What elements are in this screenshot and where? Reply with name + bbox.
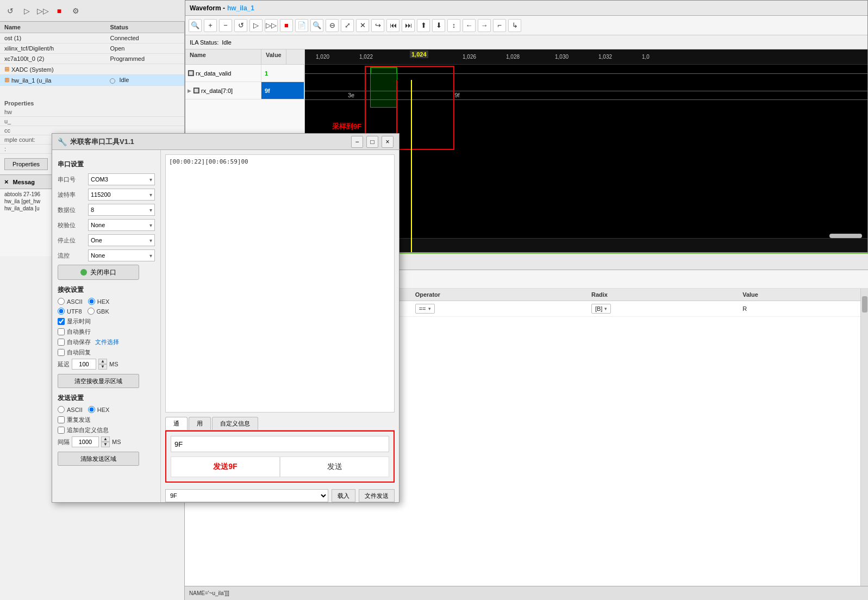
table-row[interactable]: ost (1) Connected	[0, 33, 184, 43]
refresh-icon[interactable]: ↺	[4, 5, 16, 17]
send-hex-item[interactable]: HEX	[88, 406, 110, 413]
utf8-radio[interactable]	[58, 308, 65, 315]
send-9f-button[interactable]: 发送9F	[171, 457, 280, 477]
signal-row-rx-valid[interactable]: 🔲 rx_data_valid 1	[185, 65, 304, 82]
interval-up-btn[interactable]: ▲	[101, 436, 110, 442]
auto-save-checkbox[interactable]	[58, 339, 65, 346]
fit-btn[interactable]: ⤢	[341, 19, 354, 32]
table-row[interactable]: xc7a100t_0 (2) Programmed	[0, 54, 184, 64]
fast-forward-icon[interactable]: ▷▷	[37, 5, 49, 17]
clear-send-button[interactable]: 清除发送区域	[58, 452, 139, 466]
restore-button[interactable]: □	[366, 136, 378, 148]
send-hex-label: HEX	[97, 407, 110, 413]
l-arrow-btn[interactable]: ←	[463, 19, 476, 32]
parity-select-wrap[interactable]: NoneEvenOdd	[88, 219, 155, 231]
interval-down-btn[interactable]: ▼	[101, 442, 110, 447]
append-info-item[interactable]: 追加自定义信息	[58, 426, 155, 434]
stop-icon[interactable]: ■	[53, 5, 65, 17]
show-time-checkbox-item[interactable]: 显示时间	[58, 317, 155, 326]
interval-input[interactable]	[72, 436, 99, 447]
send-tab-yong[interactable]: 用	[189, 417, 211, 430]
down-btn[interactable]: ⬇	[432, 19, 445, 32]
h-scrollbar[interactable]	[829, 234, 862, 238]
ascii-radio[interactable]	[58, 298, 65, 305]
load-button[interactable]: 载入	[332, 489, 355, 502]
baud-select-wrap[interactable]: 1152009600230400	[88, 189, 155, 201]
next-btn[interactable]: ⏭	[402, 19, 415, 32]
settings-icon[interactable]: ⚙	[70, 5, 82, 17]
port-select-wrap[interactable]: COM3COM4COM5	[88, 173, 155, 185]
close-port-button[interactable]: 关闭串口	[58, 265, 139, 280]
add-signal-btn[interactable]: +	[204, 19, 217, 32]
close-button[interactable]: ×	[382, 136, 394, 148]
port-select[interactable]: COM3COM4COM5	[89, 174, 154, 185]
clear-recv-button[interactable]: 清空接收显示区域	[58, 374, 139, 388]
delay-input[interactable]	[72, 359, 96, 370]
zoom-out-btn[interactable]: 🔍	[310, 19, 323, 32]
auto-save-checkbox-item[interactable]: 自动保存 文件选择	[58, 338, 155, 346]
utf8-radio-item[interactable]: UTF8	[58, 308, 82, 315]
hex-radio-item[interactable]: HEX	[88, 298, 110, 305]
expand-btn[interactable]: ↕	[447, 19, 460, 32]
fast-fwd-btn[interactable]: ▷▷	[265, 19, 278, 32]
signal-row-rx-data[interactable]: ▶ 🔲 rx_data[7:0] 9f	[185, 82, 304, 99]
recv-display[interactable]: [00:00:22][00:06:59]00	[165, 154, 395, 412]
send-history-dropdown[interactable]: 9F	[165, 489, 328, 502]
ascii-radio-item[interactable]: ASCII	[58, 298, 83, 305]
crosshair-btn[interactable]: ✕	[356, 19, 369, 32]
append-info-checkbox[interactable]	[58, 427, 65, 434]
send-hex-radio[interactable]	[88, 406, 95, 413]
send-ascii-item[interactable]: ASCII	[58, 406, 83, 413]
gbk-radio[interactable]	[88, 308, 95, 315]
properties-button[interactable]: Properties	[4, 158, 48, 170]
table-row[interactable]: xilinx_tcf/Digilent/h Open	[0, 43, 184, 54]
send-ascii-radio[interactable]	[58, 406, 65, 413]
table-row[interactable]: ⊞ XADC (System)	[0, 64, 184, 75]
gbk-radio-item[interactable]: GBK	[88, 308, 109, 315]
flow-select-wrap[interactable]: NoneHardware	[88, 249, 155, 261]
table-row-selected[interactable]: ⊞ hw_ila_1 (u_ila Idle	[0, 75, 184, 86]
send-input-field[interactable]	[171, 436, 389, 452]
send-tab-tong[interactable]: 通	[165, 417, 188, 430]
auto-newline-checkbox[interactable]	[58, 328, 65, 335]
auto-reply-checkbox-item[interactable]: 自动回复	[58, 348, 155, 357]
stop-btn[interactable]: ■	[280, 19, 293, 32]
repeat-send-checkbox[interactable]	[58, 416, 65, 423]
radix-dropdown[interactable]: [B] ▾	[591, 304, 611, 314]
send-button[interactable]: 发送	[280, 457, 389, 477]
run-icon[interactable]: ▷	[21, 5, 33, 17]
zoom-fit-btn[interactable]: ⊖	[326, 19, 339, 32]
cursor-btn[interactable]: ↪	[371, 19, 384, 32]
close-messages-icon[interactable]: ×	[4, 178, 9, 186]
prev-btn[interactable]: ⏮	[386, 19, 399, 32]
send-tab-custom[interactable]: 自定义信息	[212, 417, 258, 430]
auto-newline-checkbox-item[interactable]: 自动换行	[58, 328, 155, 336]
r-arrow-btn[interactable]: →	[478, 19, 491, 32]
hex-radio[interactable]	[88, 298, 95, 305]
show-time-checkbox[interactable]	[58, 318, 65, 325]
minimize-button[interactable]: −	[351, 136, 363, 148]
play-btn[interactable]: ▷	[249, 19, 263, 32]
data-bits-select-wrap[interactable]: 87	[88, 204, 155, 216]
baud-row: 波特率 1152009600230400	[58, 189, 155, 201]
refresh-btn[interactable]: ↺	[234, 19, 247, 32]
stop-bits-select[interactable]: OneTwo	[89, 235, 154, 246]
data-bits-select[interactable]: 87	[89, 204, 154, 215]
up-btn[interactable]: ⬆	[417, 19, 430, 32]
file-select-link[interactable]: 文件选择	[95, 338, 119, 346]
flow-select[interactable]: NoneHardware	[89, 250, 154, 261]
baud-select[interactable]: 1152009600230400	[89, 189, 154, 200]
remove-signal-btn[interactable]: −	[219, 19, 232, 32]
stop-bits-select-wrap[interactable]: OneTwo	[88, 234, 155, 246]
trigger-v-scrollbar[interactable]	[860, 289, 868, 600]
jump-btn[interactable]: ↳	[508, 19, 521, 32]
file-send-button[interactable]: 文件发送	[359, 489, 395, 502]
auto-reply-checkbox[interactable]	[58, 349, 65, 356]
delay-down-btn[interactable]: ▼	[98, 364, 107, 370]
operator-dropdown[interactable]: == ▾	[415, 304, 435, 314]
parity-select[interactable]: NoneEvenOdd	[89, 220, 154, 230]
delay-up-btn[interactable]: ▲	[98, 359, 107, 364]
repeat-send-item[interactable]: 重复发送	[58, 416, 155, 424]
export-btn[interactable]: 📄	[295, 19, 308, 32]
step-btn[interactable]: ⌐	[493, 19, 506, 32]
